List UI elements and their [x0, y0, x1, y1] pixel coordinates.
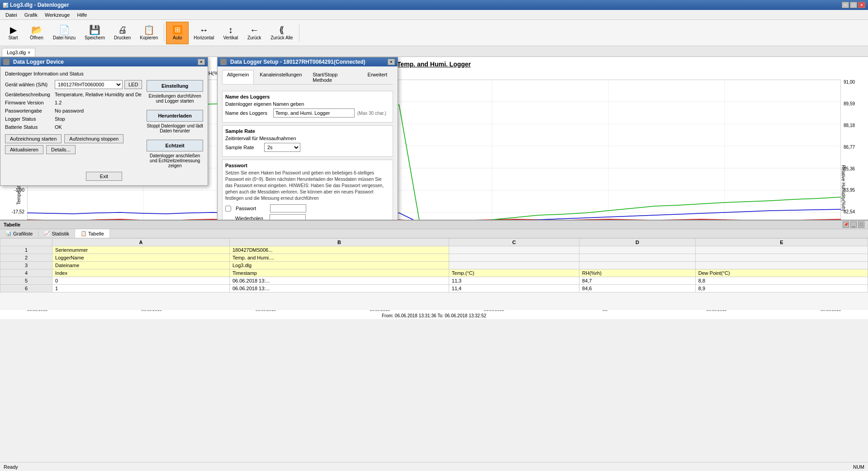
cell-5d: 84,7 [579, 277, 696, 285]
toolbar-auto[interactable]: ⊞ Auto [166, 22, 189, 44]
main-tab[interactable]: Log3.dlg × [2, 48, 35, 57]
panel-title: Tabelle [4, 222, 20, 227]
toolbar-offnen[interactable]: 📂 Öffnen [25, 22, 48, 44]
menu-hilfe[interactable]: Hilfe [73, 11, 90, 19]
grafik-icon: 📊 [5, 231, 12, 236]
dld-aufzeichnung-starten-btn[interactable]: Aufzeichnung starten [5, 134, 62, 143]
col-c: C [449, 239, 579, 246]
toolbar-zuruck-label: Zurück [247, 35, 261, 40]
dls-close-btn[interactable]: × [388, 59, 395, 65]
cell-5e: 8,8 [695, 277, 868, 285]
cell-5b: 06.06.2018 13:... [229, 277, 449, 285]
close-btn[interactable]: × [858, 2, 865, 8]
dld-device-label: Gerät wählen (S/N) [5, 82, 55, 87]
cell-6d: 84,6 [579, 285, 696, 292]
dld-aktualisieren-btn[interactable]: Aktualisieren [5, 145, 43, 154]
table-container[interactable]: A B C D E 1 Seriennummer 180427DMS006... [0, 238, 868, 297]
dld-password-label: Passwortengabe [5, 108, 55, 113]
dld-content: Datenlogger Information und Status Gerät… [0, 66, 208, 185]
dld-herunterladen-desc: Stoppt Datenlogger und lädt Daten herunt… [147, 123, 203, 133]
cell-6e: 8,9 [695, 285, 868, 292]
toolbar-speichern-label: Speichern [85, 35, 105, 40]
toolbar-kopieren[interactable]: 📋 Kopieren [136, 22, 162, 44]
cell-1e [695, 246, 868, 254]
toolbar-start-label: Start [8, 35, 18, 40]
tab-label: Log3.dlg [7, 50, 26, 55]
dls-name-input[interactable] [273, 108, 355, 118]
row-num-6: 6 [0, 285, 52, 292]
toolbar-datei-hinzu[interactable]: 📄 Datei hinzu [49, 22, 80, 44]
dls-password-checkbox[interactable] [225, 206, 231, 212]
dld-dialog[interactable]: Data Logger Device × Datenlogger Informa… [0, 57, 208, 186]
toolbar-datei-hinzu-label: Datei hinzu [53, 35, 76, 40]
dls-tab-allgemein[interactable]: Allgemein [222, 70, 254, 84]
dls-tab-kanaleinstellungen[interactable]: Kanaleinstellungen [255, 70, 307, 84]
toolbar-drucken[interactable]: 🖨 Drucken [110, 22, 135, 44]
dld-led-btn[interactable]: LED [124, 80, 142, 89]
tab-close-btn[interactable]: × [28, 50, 30, 55]
dld-einstellung-desc: Einstellungen durchführen und Logger sta… [147, 94, 203, 104]
toolbar-zuruck-alle[interactable]: ⟪ Zurück Alle [266, 22, 297, 44]
dls-name-label: Name des Loggers [225, 110, 270, 116]
toolbar-zuruck[interactable]: ← Zurück [243, 22, 266, 44]
bottom-tab-statistik[interactable]: 📈 Statistik [38, 229, 75, 238]
cell-6a: 1 [52, 285, 230, 292]
bottom-tab-tabelle[interactable]: 📋 Tabelle [75, 229, 110, 238]
print-icon: 🖨 [118, 25, 127, 34]
cell-5c: 11,3 [449, 277, 579, 285]
dld-device-select[interactable]: 180127RHT0060000 [55, 80, 123, 89]
menu-datei[interactable]: Datei [2, 11, 21, 19]
dld-battery-value: OK [55, 124, 62, 130]
dld-firmware-value: 1.2 [55, 100, 62, 105]
dld-details-btn[interactable]: Details... [46, 145, 76, 154]
file-add-icon: 📄 [59, 25, 70, 34]
bottom-panel: Tabelle 📌 _ □ 📊 Grafiliste 📈 Statistik 📋… [0, 220, 868, 310]
col-e: E [695, 239, 868, 246]
dls-password-hint: Setzen Sie einen Haken bei Passwort und … [225, 170, 390, 202]
row-num-1: 1 [0, 246, 52, 254]
dls-name-section-title: Name des Loggers [225, 94, 390, 99]
cell-4d: RH(%rh) [579, 269, 696, 277]
dld-icon [3, 59, 9, 65]
dld-herunterladen-btn[interactable]: Herunterladen [147, 110, 203, 122]
toolbar-start[interactable]: ▶ Start [2, 22, 24, 44]
dld-aufzeichnung-stoppen-btn[interactable]: Aufzeichnung stoppen [64, 134, 123, 143]
dls-tab-erweitert[interactable]: Erweitert [363, 70, 392, 84]
menu-werkzeuge[interactable]: Werkzeuge [41, 11, 73, 19]
dld-close-btn[interactable]: × [198, 59, 205, 65]
bottom-tab-grafiliste[interactable]: 📊 Grafiliste [0, 229, 38, 238]
dls-content: Name des Loggers Datenlogger eigenen Nam… [218, 88, 398, 235]
toolbar-vertikal[interactable]: ↕ Vertikal [219, 22, 242, 44]
toolbar-sep2 [299, 24, 299, 42]
maximize-btn[interactable]: □ [850, 2, 857, 8]
toolbar: ▶ Start 📂 Öffnen 📄 Datei hinzu 💾 Speiche… [0, 20, 868, 46]
dls-sample-select[interactable]: 2s 1s 5s 10s 30s [264, 143, 300, 152]
minimize-btn[interactable]: − [842, 2, 849, 8]
dld-titlebar: Data Logger Device × [0, 57, 208, 66]
dld-exit-btn[interactable]: Exit [86, 172, 122, 181]
dls-password-input[interactable] [270, 204, 306, 212]
dls-title: Data Logger Setup - 180127RHT0064291(Con… [230, 59, 365, 65]
menu-grafik[interactable]: Grafik [21, 11, 41, 19]
dld-einstellung-btn[interactable]: Einstellung [147, 80, 203, 92]
dls-name-hint: Datenlogger eigenen Namen geben [225, 101, 390, 107]
cell-2c [449, 254, 579, 262]
menu-bar: Datei Grafik Werkzeuge Hilfe [0, 10, 868, 20]
vertical-icon: ↕ [228, 25, 233, 34]
cell-3c [449, 262, 579, 269]
dld-echtzeit-btn[interactable]: Echtzeit [147, 140, 203, 151]
row-num-5: 5 [0, 277, 52, 285]
panel-min-btn[interactable]: _ [850, 221, 857, 228]
toolbar-offnen-label: Öffnen [30, 35, 43, 40]
toolbar-zuruck-alle-label: Zurück Alle [270, 35, 293, 40]
dls-tab-start-stopp[interactable]: Start/Stopp Methode [308, 70, 361, 84]
toolbar-speichern[interactable]: 💾 Speichern [81, 22, 109, 44]
dls-sample-hint: Zeitintervall für Messaufnahmen [225, 136, 390, 141]
dld-logger-status-value: Stop [55, 116, 65, 122]
panel-max-btn[interactable]: □ [858, 221, 864, 228]
cell-2a: LoggerName [52, 254, 230, 262]
panel-pin-btn[interactable]: 📌 [843, 221, 849, 228]
cell-4e: Dew Point(°C) [695, 269, 868, 277]
dld-einstellung-label: Einstellung [151, 83, 199, 89]
toolbar-horizontal[interactable]: ↔ Horizontal [190, 22, 218, 44]
